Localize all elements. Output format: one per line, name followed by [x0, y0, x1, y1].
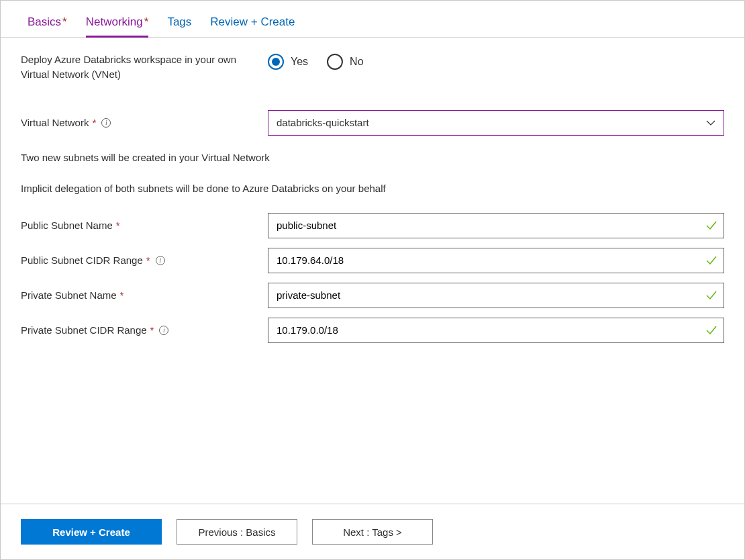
field-virtual-network: Virtual Network * i databricks-quickstar… — [21, 110, 724, 136]
required-asterisk: * — [116, 218, 120, 233]
field-deploy-vnet: Deploy Azure Databricks workspace in you… — [21, 52, 724, 82]
deploy-vnet-control: Yes No — [268, 52, 724, 70]
private-subnet-cidr-label: Private Subnet CIDR Range * i — [21, 323, 268, 338]
chevron-down-icon — [706, 118, 715, 128]
required-asterisk: * — [62, 15, 67, 28]
radio-yes[interactable]: Yes — [268, 54, 308, 70]
private-subnet-name-input[interactable] — [268, 283, 724, 308]
tab-basics-label: Basics — [28, 15, 61, 28]
tab-tags[interactable]: Tags — [167, 15, 191, 37]
tab-networking[interactable]: Networking* — [86, 15, 149, 38]
info-icon[interactable]: i — [156, 256, 165, 265]
previous-button[interactable]: Previous : Basics — [177, 519, 297, 545]
private-subnet-name-label: Private Subnet Name * — [21, 288, 268, 303]
public-subnet-cidr-input[interactable] — [268, 248, 724, 273]
required-asterisk: * — [92, 115, 96, 130]
radio-no[interactable]: No — [327, 54, 363, 70]
deploy-vnet-radio-group: Yes No — [268, 52, 724, 70]
tab-basics[interactable]: Basics* — [28, 15, 67, 37]
private-subnet-cidr-input[interactable] — [268, 318, 724, 343]
public-subnet-name-input[interactable] — [268, 213, 724, 238]
virtual-network-value: databricks-quickstart — [277, 117, 369, 128]
required-asterisk: * — [120, 288, 124, 303]
radio-unselected-icon — [327, 54, 343, 70]
public-subnet-name-label: Public Subnet Name * — [21, 218, 268, 233]
required-asterisk: * — [150, 323, 154, 338]
tab-review-label: Review + Create — [210, 15, 295, 28]
subnets-info-line1: Two new subnets will be created in your … — [21, 150, 724, 166]
field-public-subnet-name: Public Subnet Name * — [21, 213, 724, 238]
tab-networking-label: Networking — [86, 15, 143, 28]
radio-selected-icon — [268, 54, 284, 70]
info-icon[interactable]: i — [101, 118, 111, 128]
networking-form-panel: Basics* Networking* Tags Review + Create… — [0, 0, 745, 560]
subnets-info-line2: Implicit delegation of both subnets will… — [21, 181, 724, 197]
tab-review-create[interactable]: Review + Create — [210, 15, 295, 37]
next-button[interactable]: Next : Tags > — [312, 519, 433, 545]
field-private-subnet-name: Private Subnet Name * — [21, 283, 724, 308]
review-create-button[interactable]: Review + Create — [21, 519, 162, 545]
form-body: Deploy Azure Databricks workspace in you… — [1, 38, 744, 343]
required-asterisk: * — [144, 15, 149, 28]
deploy-vnet-label: Deploy Azure Databricks workspace in you… — [21, 52, 268, 82]
virtual-network-select[interactable]: databricks-quickstart — [268, 110, 724, 136]
check-icon — [705, 220, 717, 232]
check-icon — [705, 289, 717, 301]
required-asterisk: * — [146, 253, 150, 268]
public-subnet-cidr-label: Public Subnet CIDR Range * i — [21, 253, 268, 268]
field-public-subnet-cidr: Public Subnet CIDR Range * i — [21, 248, 724, 273]
field-private-subnet-cidr: Private Subnet CIDR Range * i — [21, 318, 724, 343]
check-icon — [705, 254, 717, 267]
radio-no-label: No — [350, 56, 363, 68]
virtual-network-label: Virtual Network * i — [21, 115, 268, 130]
wizard-footer: Review + Create Previous : Basics Next :… — [1, 504, 744, 559]
check-icon — [705, 324, 717, 336]
wizard-tabs: Basics* Networking* Tags Review + Create — [1, 1, 744, 38]
tab-tags-label: Tags — [167, 15, 191, 28]
radio-yes-label: Yes — [291, 56, 308, 68]
info-icon[interactable]: i — [159, 326, 168, 335]
